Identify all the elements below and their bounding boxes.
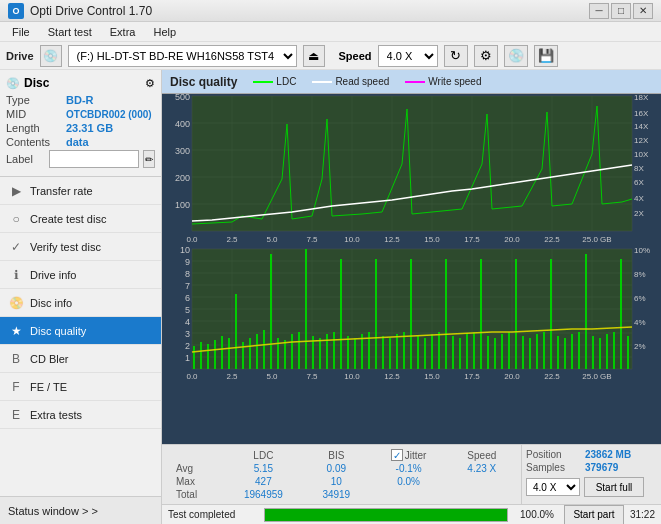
disc-length-label: Length	[6, 122, 66, 134]
svg-rect-148	[613, 332, 615, 369]
nav-extra-tests-icon: E	[8, 408, 24, 422]
disc-contents-value: data	[66, 136, 89, 148]
nav-create-test-disc[interactable]: ○ Create test disc	[0, 205, 161, 233]
svg-text:20.0: 20.0	[504, 235, 520, 244]
eject-button[interactable]: ⏏	[303, 45, 325, 67]
read-speed-legend-color	[312, 81, 332, 83]
close-button[interactable]: ✕	[633, 3, 653, 19]
svg-rect-138	[543, 332, 545, 369]
disc-label-edit-button[interactable]: ✏	[143, 150, 155, 168]
nav-create-test-disc-icon: ○	[8, 212, 24, 226]
menu-file[interactable]: File	[4, 24, 38, 40]
disc-panel: 💿 Disc ⚙ Type BD-R MID OTCBDR002 (000) L…	[0, 70, 161, 177]
menu-start-test[interactable]: Start test	[40, 24, 100, 40]
charts-svg: 500 400 300 200 100 18X 16X 14X 12X 10X …	[162, 94, 661, 444]
svg-text:7.5: 7.5	[306, 372, 318, 381]
nav-disc-quality[interactable]: ★ Disc quality	[0, 317, 161, 345]
nav-cd-bler[interactable]: B CD Bler	[0, 345, 161, 373]
disc-panel-title: Disc	[24, 76, 49, 90]
svg-rect-133	[508, 332, 510, 369]
disc-label-input[interactable]	[49, 150, 139, 168]
svg-rect-127	[466, 334, 468, 369]
nav-verify-test-disc[interactable]: ✓ Verify test disc	[0, 233, 161, 261]
save-button[interactable]: 💾	[534, 45, 558, 67]
drive-icon: 💿	[40, 45, 62, 67]
nav-disc-info[interactable]: 📀 Disc info	[0, 289, 161, 317]
avg-label: Avg	[168, 462, 223, 475]
settings-button[interactable]: ⚙	[474, 45, 498, 67]
test-speed-select[interactable]: 4.0 X	[526, 478, 580, 496]
nav-cd-bler-label: CD Bler	[30, 353, 69, 365]
samples-row: Samples 379679	[526, 462, 657, 473]
svg-text:2X: 2X	[634, 209, 644, 218]
total-ldc: 1964959	[223, 488, 304, 501]
stats-speed-header: Speed	[449, 448, 515, 462]
maximize-button[interactable]: □	[611, 3, 631, 19]
nav-extra-tests[interactable]: E Extra tests	[0, 401, 161, 429]
svg-rect-146	[599, 338, 601, 369]
start-full-button[interactable]: Start full	[584, 477, 644, 497]
svg-text:10.0: 10.0	[344, 235, 360, 244]
menu-extra[interactable]: Extra	[102, 24, 144, 40]
svg-text:8X: 8X	[634, 164, 644, 173]
main-content: 💿 Disc ⚙ Type BD-R MID OTCBDR002 (000) L…	[0, 70, 661, 524]
write-speed-legend: Write speed	[405, 76, 481, 87]
disc-settings-icon[interactable]: ⚙	[145, 77, 155, 90]
disc-button[interactable]: 💿	[504, 45, 528, 67]
svg-text:22.5: 22.5	[544, 235, 560, 244]
status-window-button[interactable]: Status window > >	[0, 496, 161, 524]
stats-col-ldc-header: LDC	[223, 448, 304, 462]
controls-side: Position 23862 MB Samples 379679 4.0 X S…	[521, 445, 661, 504]
disc-icon: 💿	[6, 77, 20, 90]
sidebar-nav: ▶ Transfer rate ○ Create test disc ✓ Ver…	[0, 177, 161, 496]
disc-contents-label: Contents	[6, 136, 66, 148]
total-label: Total	[168, 488, 223, 501]
svg-rect-118	[403, 332, 405, 369]
stats-jitter-section-header: ✓ Jitter	[369, 448, 449, 462]
refresh-button[interactable]: ↻	[444, 45, 468, 67]
svg-rect-123	[438, 332, 440, 369]
svg-text:12.5: 12.5	[384, 235, 400, 244]
svg-text:10.0: 10.0	[344, 372, 360, 381]
svg-rect-117	[396, 334, 398, 369]
samples-label: Samples	[526, 462, 581, 473]
jitter-checkbox[interactable]: ✓	[391, 449, 403, 461]
drive-select[interactable]: (F:) HL-DT-ST BD-RE WH16NS58 TST4	[68, 45, 297, 67]
svg-text:9: 9	[185, 257, 190, 267]
menu-bar: File Start test Extra Help	[0, 22, 661, 42]
svg-rect-128	[473, 332, 475, 369]
svg-text:2: 2	[185, 341, 190, 351]
nav-fe-te-label: FE / TE	[30, 381, 67, 393]
nav-fe-te[interactable]: F FE / TE	[0, 373, 161, 401]
svg-text:300: 300	[175, 146, 190, 156]
svg-text:5.0: 5.0	[266, 235, 278, 244]
ldc-legend: LDC	[253, 76, 296, 87]
stats-col-empty	[168, 448, 223, 462]
svg-rect-140	[557, 336, 559, 369]
progress-bar-inner	[265, 509, 507, 521]
menu-help[interactable]: Help	[145, 24, 184, 40]
nav-drive-info-icon: ℹ	[8, 268, 24, 282]
app-title: Opti Drive Control 1.70	[30, 4, 152, 18]
stats-col-bis-header: BIS	[304, 448, 369, 462]
speed-select[interactable]: 4.0 X	[378, 45, 438, 67]
svg-rect-131	[494, 338, 496, 369]
svg-text:6X: 6X	[634, 178, 644, 187]
start-part-button[interactable]: Start part	[564, 505, 624, 525]
nav-transfer-rate[interactable]: ▶ Transfer rate	[0, 177, 161, 205]
svg-rect-139	[550, 259, 552, 369]
nav-transfer-rate-icon: ▶	[8, 184, 24, 198]
minimize-button[interactable]: ─	[589, 3, 609, 19]
nav-transfer-rate-label: Transfer rate	[30, 185, 93, 197]
nav-drive-info[interactable]: ℹ Drive info	[0, 261, 161, 289]
svg-rect-150	[627, 336, 629, 369]
svg-rect-91	[214, 340, 216, 369]
max-jitter: 0.0%	[369, 475, 449, 488]
svg-text:10%: 10%	[634, 246, 650, 255]
avg-speed: 4.23 X	[449, 462, 515, 475]
svg-rect-108	[333, 332, 335, 369]
svg-rect-121	[424, 338, 426, 369]
svg-rect-109	[340, 259, 342, 369]
svg-rect-114	[375, 259, 377, 369]
avg-ldc: 5.15	[223, 462, 304, 475]
